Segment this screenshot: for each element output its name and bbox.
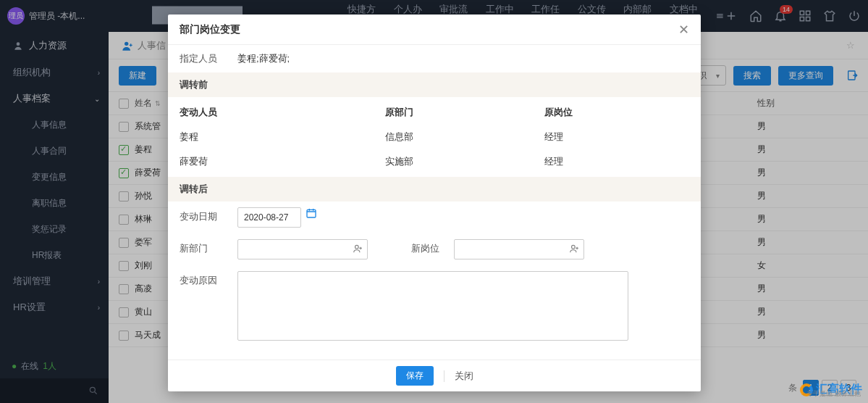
newpost-input[interactable] [454, 239, 584, 259]
person-picker-icon[interactable] [569, 244, 579, 256]
assigned-row: 指定人员 姜程;薛爱荷; [168, 45, 701, 72]
newdept-input[interactable] [237, 239, 368, 259]
close-button[interactable]: 关闭 [455, 370, 473, 383]
person-picker-icon[interactable] [353, 244, 363, 256]
dept-change-modal: 部门岗位变更 ✕ 指定人员 姜程;薛爱荷; 调转前 变动人员 原部门 原岗位 姜… [168, 14, 701, 391]
svg-point-10 [572, 245, 576, 249]
assigned-value: 姜程;薛爱荷; [237, 52, 290, 65]
newdept-label: 新部门 [180, 239, 223, 255]
before-section-header: 调转前 [168, 72, 701, 97]
svg-rect-8 [307, 209, 316, 217]
before-table-row: 姜程信息部经理 [168, 125, 701, 149]
svg-point-9 [355, 245, 359, 249]
before-table: 变动人员 原部门 原岗位 姜程信息部经理薛爱荷实施部经理 [168, 97, 701, 177]
newpost-label: 新岗位 [411, 239, 439, 255]
date-input[interactable]: 2020-08-27 [237, 207, 301, 228]
reason-label: 变动原因 [180, 271, 223, 287]
assigned-label: 指定人员 [180, 52, 223, 65]
divider [444, 370, 444, 382]
modal-body: 指定人员 姜程;薛爱荷; 调转前 变动人员 原部门 原岗位 姜程信息部经理薛爱荷… [168, 45, 701, 360]
dept-post-row: 新部门 新岗位 [168, 233, 701, 265]
modal-footer: 保存 关闭 [168, 360, 701, 391]
date-row: 变动日期 2020-08-27 [168, 202, 701, 233]
watermark-logo: 汇高软件 专于是他 服务宏他 [800, 382, 862, 397]
before-table-header: 变动人员 原部门 原岗位 [168, 100, 701, 125]
close-icon[interactable]: ✕ [678, 22, 689, 38]
after-section-header: 调转后 [168, 177, 701, 202]
before-table-row: 薛爱荷实施部经理 [168, 149, 701, 174]
date-label: 变动日期 [180, 207, 223, 223]
calendar-icon[interactable] [306, 207, 317, 219]
modal-header: 部门岗位变更 ✕ [168, 14, 701, 45]
save-button[interactable]: 保存 [396, 366, 434, 386]
modal-title: 部门岗位变更 [180, 23, 240, 36]
reason-textarea[interactable] [237, 271, 628, 341]
reason-row: 变动原因 [168, 265, 701, 346]
